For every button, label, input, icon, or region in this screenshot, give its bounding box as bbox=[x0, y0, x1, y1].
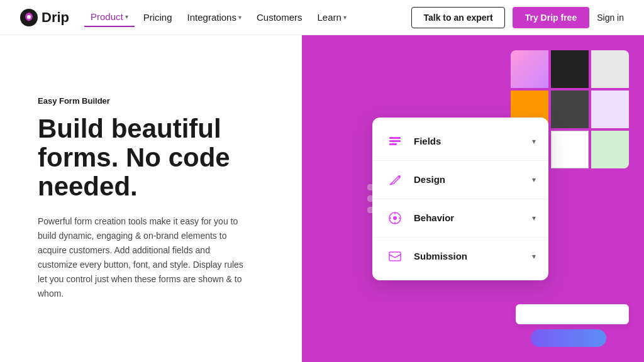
hero-body: Powerful form creation tools make it eas… bbox=[38, 214, 252, 302]
talk-to-expert-button[interactable]: Talk to an expert bbox=[411, 7, 504, 28]
form-row-submission[interactable]: Submission ▾ bbox=[372, 238, 548, 275]
form-row-behavior[interactable]: Behavior ▾ bbox=[372, 199, 548, 238]
drip-logo-icon bbox=[20, 9, 38, 26]
submission-label: Submission bbox=[414, 251, 467, 261]
hero-headline: Build beautiful forms. No code needed. bbox=[38, 114, 264, 202]
nav-link-integrations[interactable]: Integrations▾ bbox=[181, 8, 248, 26]
submission-chevron-icon: ▾ bbox=[532, 252, 536, 261]
grid-cell-3 bbox=[591, 50, 629, 88]
input-stub bbox=[516, 304, 629, 324]
grid-cell-9 bbox=[591, 131, 629, 168]
fields-chevron-icon: ▾ bbox=[532, 137, 536, 146]
logo[interactable]: Drip bbox=[20, 9, 69, 26]
fields-label: Fields bbox=[414, 136, 441, 146]
design-label: Design bbox=[414, 174, 445, 185]
try-drip-free-button[interactable]: Try Drip free bbox=[513, 7, 589, 28]
grid-cell-2 bbox=[551, 50, 589, 88]
nav-link-customers[interactable]: Customers bbox=[250, 8, 309, 26]
svg-point-7 bbox=[393, 216, 397, 220]
nav-links: Product▾PricingIntegrations▾CustomersLea… bbox=[84, 8, 353, 27]
svg-rect-8 bbox=[389, 252, 401, 261]
navbar: Drip Product▾PricingIntegrations▾Custome… bbox=[0, 0, 644, 35]
integrations-chevron-icon: ▾ bbox=[238, 14, 242, 21]
nav-link-product[interactable]: Product▾ bbox=[84, 8, 135, 27]
hero-left: Easy Form Builder Build beautiful forms.… bbox=[0, 35, 302, 362]
svg-point-5 bbox=[398, 175, 401, 178]
grid-cell-8 bbox=[551, 131, 589, 168]
design-chevron-icon: ▾ bbox=[532, 175, 536, 184]
logo-text: Drip bbox=[42, 9, 69, 26]
behavior-icon bbox=[385, 208, 405, 228]
learn-chevron-icon: ▾ bbox=[343, 14, 347, 21]
grid-cell-6 bbox=[591, 90, 629, 128]
hero-eyebrow: Easy Form Builder bbox=[38, 96, 264, 106]
nav-left: Drip Product▾PricingIntegrations▾Custome… bbox=[20, 8, 353, 27]
fields-icon bbox=[385, 131, 405, 151]
form-builder-card: Fields ▾ Design ▾ bbox=[372, 118, 548, 280]
design-icon bbox=[385, 170, 405, 190]
hero-section: Easy Form Builder Build beautiful forms.… bbox=[0, 35, 644, 362]
svg-rect-2 bbox=[389, 137, 401, 139]
svg-rect-3 bbox=[389, 140, 401, 142]
signin-link[interactable]: Sign in bbox=[597, 13, 624, 23]
submission-icon bbox=[385, 246, 405, 266]
grid-cell-1 bbox=[511, 50, 548, 88]
svg-rect-4 bbox=[389, 143, 397, 145]
svg-point-1 bbox=[27, 15, 31, 19]
hero-right: Fields ▾ Design ▾ bbox=[302, 35, 644, 362]
form-row-design[interactable]: Design ▾ bbox=[372, 161, 548, 199]
form-row-fields[interactable]: Fields ▾ bbox=[372, 123, 548, 161]
nav-link-pricing[interactable]: Pricing bbox=[137, 8, 179, 26]
behavior-label: Behavior bbox=[414, 212, 454, 223]
grid-cell-5 bbox=[551, 90, 589, 128]
submit-button-stub bbox=[531, 329, 606, 347]
nav-link-learn[interactable]: Learn▾ bbox=[311, 8, 352, 26]
product-chevron-icon: ▾ bbox=[125, 13, 128, 20]
behavior-chevron-icon: ▾ bbox=[532, 214, 536, 222]
nav-right: Talk to an expert Try Drip free Sign in bbox=[411, 7, 624, 28]
